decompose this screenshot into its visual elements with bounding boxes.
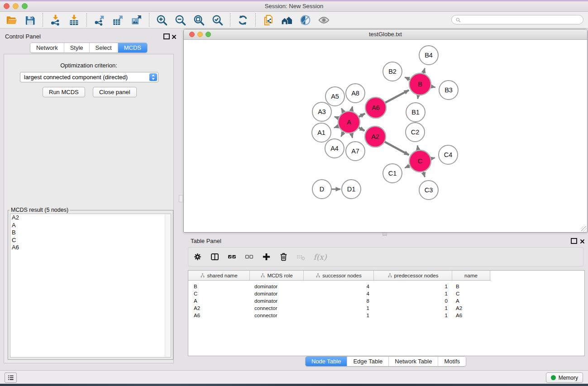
table-cell[interactable]: dominator [250, 284, 304, 289]
graph-node-B1[interactable]: B1 [406, 103, 425, 122]
table-close-panel-icon[interactable] [580, 238, 585, 243]
list-scrollbar[interactable] [165, 214, 171, 357]
table-cell[interactable]: dominator [250, 298, 304, 304]
table-cell[interactable]: 1 [304, 305, 374, 311]
table-cell[interactable]: A [188, 298, 250, 304]
mcds-result-list[interactable]: A2ABCA6 [10, 214, 171, 357]
mcds-result-item[interactable]: A6 [10, 244, 171, 252]
graph-node-C3[interactable]: C3 [419, 181, 438, 200]
zoom-in-button[interactable] [153, 13, 171, 27]
graph-node-A1[interactable]: A1 [312, 123, 331, 142]
graph-node-A2[interactable]: A2 [365, 126, 386, 147]
network-window-titlebar[interactable]: testGlobe.txt [184, 29, 587, 40]
graph-node-B4[interactable]: B4 [419, 46, 438, 65]
run-mcds-button[interactable]: Run MCDS [43, 87, 85, 97]
table-cell[interactable]: A2 [188, 305, 250, 311]
export-table-button[interactable] [109, 13, 127, 27]
network-close-button[interactable] [189, 32, 195, 37]
import-table-button[interactable] [65, 13, 83, 27]
table-cell[interactable]: 4 [304, 291, 374, 296]
network-minimize-button[interactable] [197, 32, 203, 37]
graph-node-C[interactable]: C [409, 150, 431, 172]
split-columns-button[interactable] [206, 250, 223, 264]
table-row[interactable]: A2connector11A2 [188, 305, 584, 312]
vertical-split-handle[interactable] [179, 195, 183, 202]
tab-node-table[interactable]: Node Table [306, 357, 347, 366]
graph-edge-A-A6[interactable] [358, 114, 365, 117]
home-views-button[interactable] [277, 13, 296, 27]
column-header-successor-nodes[interactable]: successor nodes [304, 271, 374, 280]
close-panel-icon[interactable] [172, 33, 177, 38]
table-cell[interactable]: 1 [374, 305, 452, 311]
delete-columns-button[interactable] [275, 250, 292, 264]
graph-edge-A-A2[interactable] [358, 127, 364, 131]
graph-node-B[interactable]: B [409, 73, 431, 95]
table-cell[interactable]: 1 [374, 284, 452, 289]
table-cell[interactable]: A6 [452, 313, 490, 318]
tab-mcds[interactable]: MCDS [118, 43, 147, 52]
save-session-button[interactable] [21, 13, 39, 27]
mcds-result-item[interactable]: C [10, 237, 171, 244]
graph-node-A7[interactable]: A7 [346, 142, 365, 161]
mcds-result-item[interactable]: A [10, 222, 171, 229]
graph-node-B3[interactable]: B3 [439, 81, 458, 100]
graph-node-A3[interactable]: A3 [312, 102, 331, 121]
float-panel-icon[interactable] [163, 33, 170, 39]
graph-node-D[interactable]: D [312, 180, 331, 199]
graph-node-A8[interactable]: A8 [346, 84, 365, 103]
table-cell[interactable]: C [188, 291, 250, 296]
tab-edge-table[interactable]: Edge Table [347, 357, 388, 366]
graph-node-A[interactable]: A [338, 111, 360, 133]
hide-annotations-button[interactable] [296, 13, 315, 27]
column-header-MCDS-role[interactable]: MCDS role [250, 271, 304, 280]
column-header-predecessor-nodes[interactable]: predecessor nodes [374, 271, 452, 280]
table-cell[interactable]: A [452, 298, 490, 304]
table-row[interactable]: A6connector11A6 [188, 312, 584, 319]
close-panel-button[interactable]: Close panel [93, 87, 137, 97]
network-zoom-button[interactable] [206, 32, 211, 37]
mcds-result-item[interactable]: B [10, 229, 171, 237]
tab-network[interactable]: Network [30, 43, 64, 52]
graph-node-A5[interactable]: A5 [325, 87, 344, 106]
network-document-button[interactable] [259, 13, 277, 27]
graph-node-C2[interactable]: C2 [406, 123, 425, 142]
search-input[interactable] [461, 16, 583, 24]
table-cell[interactable]: B [452, 284, 490, 289]
table-cell[interactable]: B [188, 284, 250, 289]
table-float-panel-icon[interactable] [571, 238, 577, 244]
column-header-shared-name[interactable]: shared name [188, 271, 250, 280]
table-gear-button[interactable] [189, 250, 206, 264]
table-cell[interactable]: 1 [374, 291, 452, 296]
table-cell[interactable]: 8 [304, 298, 374, 304]
select-stepper-icon[interactable] [149, 73, 157, 81]
global-search-box[interactable] [451, 15, 583, 24]
tab-network-table[interactable]: Network Table [388, 357, 438, 366]
tab-style[interactable]: Style [64, 43, 89, 52]
table-cell[interactable]: 4 [304, 284, 374, 289]
graph-edge-A6-B[interactable] [384, 90, 409, 103]
table-row[interactable]: Adominator80A [188, 297, 584, 305]
add-column-button[interactable] [258, 250, 275, 264]
mcds-result-item[interactable]: A2 [10, 214, 171, 222]
table-cell[interactable]: connector [250, 313, 304, 318]
tab-select[interactable]: Select [89, 43, 118, 52]
graph-node-C4[interactable]: C4 [439, 145, 458, 164]
import-network-button[interactable] [46, 13, 65, 27]
table-cell[interactable]: dominator [250, 291, 304, 296]
export-network-button[interactable] [90, 13, 109, 27]
graph-node-D1[interactable]: D1 [342, 180, 361, 199]
network-canvas[interactable]: B4B2BB3A5A8A6A3AB1A1C2A4A7A2CC4C1C3DD1 [184, 40, 587, 232]
table-cell[interactable]: C [452, 291, 490, 296]
refresh-layout-button[interactable] [234, 13, 252, 27]
graph-node-A4[interactable]: A4 [325, 139, 344, 158]
table-cell[interactable]: 1 [374, 313, 452, 318]
window-resize-grip[interactable] [581, 226, 587, 232]
graph-edge-A2-C[interactable] [384, 142, 409, 155]
table-cell[interactable]: 1 [304, 313, 374, 318]
zoom-out-button[interactable] [171, 13, 190, 27]
table-cell[interactable]: connector [250, 305, 304, 311]
open-session-button[interactable] [2, 13, 21, 27]
column-header-name[interactable]: name [452, 271, 490, 280]
tab-motifs[interactable]: Motifs [438, 357, 466, 366]
node-table[interactable]: shared nameMCDS rolesuccessor nodesprede… [188, 270, 585, 356]
